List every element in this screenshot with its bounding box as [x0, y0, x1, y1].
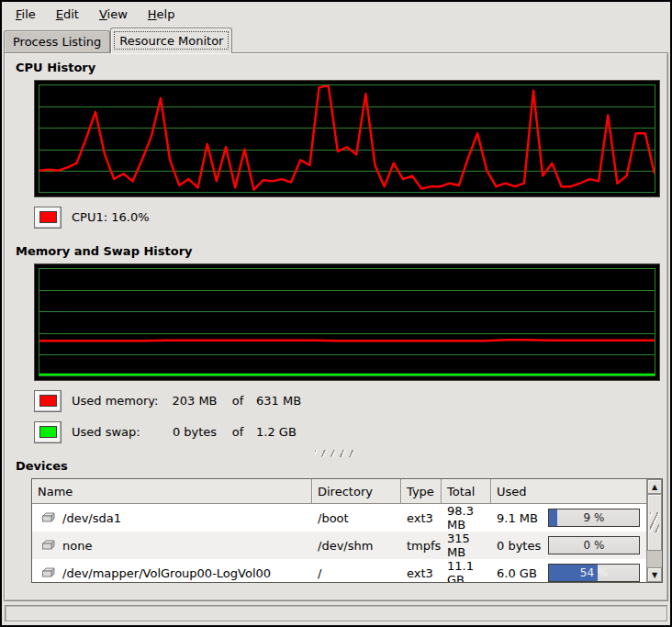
column-header-type[interactable]: Type	[401, 479, 442, 504]
device-type: ext3	[401, 559, 442, 582]
total-memory-value: 631 MB	[252, 394, 301, 408]
cpu-history-title: CPU History	[16, 61, 655, 74]
used-swap-color-swatch-icon	[39, 426, 57, 438]
usage-percent-label: 54 %	[549, 565, 639, 581]
usage-percent-label: 9 %	[549, 509, 639, 526]
cpu-color-swatch-icon	[39, 211, 57, 223]
scrollbar-track[interactable]	[647, 551, 662, 567]
tab-resource-monitor[interactable]: Resource Monitor	[110, 28, 232, 53]
tab-process-listing[interactable]: Process Listing	[4, 30, 110, 52]
usage-progress-bar: 0 %	[548, 536, 640, 554]
column-header-used[interactable]: Used	[491, 479, 646, 504]
device-total: 315 MB	[442, 532, 491, 559]
device-total: 11.1 GB	[442, 559, 491, 582]
column-header-directory[interactable]: Directory	[312, 479, 401, 504]
usage-progress-bar: 9 %	[548, 509, 640, 527]
devices-scrollbar[interactable]: ▲ ▼	[646, 479, 662, 582]
memory-line-chart	[39, 269, 655, 375]
table-row[interactable]: none /dev/shm tmpfs 315 MB 0 bytes 0 %	[32, 532, 646, 559]
column-header-name[interactable]: Name	[32, 479, 312, 504]
device-type: ext3	[401, 504, 442, 532]
cpu-line-chart	[39, 85, 655, 192]
used-memory-legend: Used memory: 203 MB of 631 MB	[34, 389, 655, 412]
cpu-legend-label: CPU1: 16.0%	[72, 210, 150, 224]
menu-bar: File Edit View Help	[2, 2, 670, 27]
usage-percent-label: 0 %	[549, 537, 639, 554]
device-directory: /	[312, 559, 401, 582]
resource-monitor-page: CPU History CPU1: 16.0% Memory and Swap …	[4, 52, 668, 601]
menu-file[interactable]: File	[9, 5, 42, 24]
devices-table-header: Name Directory Type Total Used	[32, 479, 646, 504]
menu-edit[interactable]: Edit	[50, 5, 85, 24]
used-memory-legend-swatch	[34, 390, 62, 412]
used-memory-color-swatch-icon	[39, 395, 57, 407]
pane-resize-grip[interactable]	[315, 450, 357, 457]
device-total: 98.3 MB	[442, 504, 491, 532]
used-swap-of: of	[223, 425, 252, 439]
used-swap-legend-swatch	[34, 421, 62, 443]
used-memory-text: Used memory: 203 MB of 631 MB	[72, 394, 301, 408]
device-name: /dev/sda1	[62, 511, 121, 525]
status-bar	[5, 605, 667, 621]
cpu-legend-swatch	[34, 207, 62, 229]
used-swap-value: 0 bytes	[166, 425, 223, 439]
used-memory-value: 203 MB	[166, 394, 223, 408]
device-type: tmpfs	[401, 532, 442, 559]
scrollbar-thumb[interactable]	[647, 494, 662, 551]
scrollbar-grip-icon	[650, 512, 659, 532]
memory-history-title: Memory and Swap History	[16, 244, 655, 258]
menu-help[interactable]: Help	[141, 5, 182, 24]
cpu-history-graph	[34, 80, 660, 197]
drive-icon	[40, 540, 56, 552]
device-used: 0 bytes	[497, 539, 541, 553]
table-row[interactable]: /dev/mapper/VolGroup00-LogVol00 / ext3 1…	[32, 559, 646, 582]
system-monitor-window: File Edit View Help Process Listing Reso…	[0, 0, 672, 627]
used-swap-label: Used swap:	[72, 425, 166, 439]
memory-history-graph	[34, 263, 660, 381]
scroll-down-icon[interactable]: ▼	[647, 567, 662, 582]
column-header-total[interactable]: Total	[442, 479, 491, 504]
used-swap-text: Used swap: 0 bytes of 1.2 GB	[72, 425, 297, 439]
cpu-legend: CPU1: 16.0%	[34, 206, 655, 229]
device-name: /dev/mapper/VolGroup00-LogVol00	[62, 566, 271, 580]
used-memory-label: Used memory:	[72, 394, 166, 408]
device-directory: /boot	[312, 504, 401, 532]
usage-progress-bar: 54 %	[548, 564, 640, 582]
total-swap-value: 1.2 GB	[252, 425, 297, 439]
device-used: 6.0 GB	[497, 566, 537, 580]
used-swap-legend: Used swap: 0 bytes of 1.2 GB	[34, 420, 655, 443]
used-memory-of: of	[223, 394, 252, 408]
scroll-up-icon[interactable]: ▲	[647, 479, 662, 494]
table-row[interactable]: /dev/sda1 /boot ext3 98.3 MB 9.1 MB 9 %	[32, 504, 646, 532]
device-used: 9.1 MB	[497, 511, 538, 525]
drive-icon	[40, 512, 56, 524]
devices-table: Name Directory Type Total Used /dev/sda1	[31, 478, 663, 583]
device-name: none	[62, 539, 92, 553]
drive-icon	[40, 567, 56, 579]
tab-bar: Process Listing Resource Monitor	[2, 27, 670, 52]
menu-view[interactable]: View	[93, 5, 134, 24]
device-directory: /dev/shm	[312, 532, 401, 559]
devices-title: Devices	[16, 459, 655, 473]
